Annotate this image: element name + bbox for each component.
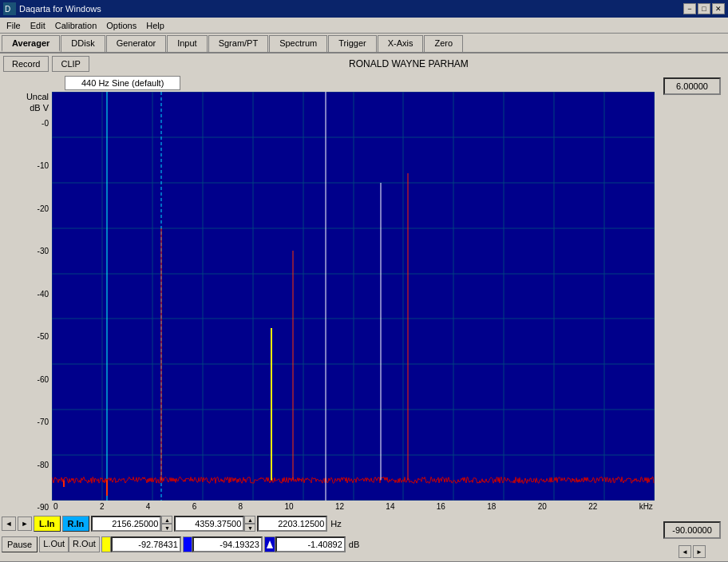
tab-xaxis[interactable]: X-Axis	[378, 35, 424, 52]
window-controls: − □ ✕	[683, 3, 725, 14]
x-tick-22: 22	[588, 502, 597, 513]
x-tick-4: 4	[146, 502, 151, 513]
tab-averager[interactable]: Averager	[2, 35, 60, 52]
db-input-1[interactable]	[111, 536, 181, 552]
spin-up-1[interactable]: ▲	[161, 516, 172, 524]
db-input-1-group	[101, 536, 181, 552]
x-tick-2: 2	[100, 502, 105, 513]
user-label: RONALD WAYNE PARHAM	[93, 58, 725, 69]
y-tick-60: -60	[0, 375, 49, 384]
x-tick-14: 14	[386, 502, 394, 513]
spectrum-chart[interactable]	[52, 92, 655, 501]
y-tick-50: -50	[0, 332, 49, 341]
tab-generator[interactable]: Generator	[106, 35, 167, 52]
menu-options[interactable]: Options	[101, 19, 141, 32]
unit-label: dB V	[30, 103, 49, 113]
tab-spectrum[interactable]: Spectrum	[269, 35, 327, 52]
chart-title: 440 Hz Sine (default)	[65, 76, 180, 90]
y-axis: Uncal dB V -0 -10 -20 -30 -40 -50 -60 -7…	[0, 74, 52, 513]
clip-button[interactable]: CLIP	[52, 56, 89, 72]
db-row: Pause L.Out R.Out	[0, 534, 656, 555]
toolbar: Record CLIP RONALD WAYNE PARHAM	[0, 53, 728, 74]
chart-title-row: 440 Hz Sine (default)	[52, 74, 656, 92]
hz-input-2[interactable]	[174, 516, 244, 532]
x-tick-16: 16	[437, 502, 445, 513]
menu-help[interactable]: Help	[141, 19, 169, 32]
pause-button[interactable]: Pause	[2, 536, 38, 552]
x-tick-18: 18	[487, 502, 496, 513]
hz-unit: Hz	[330, 519, 341, 528]
top-value-input[interactable]	[663, 77, 721, 95]
close-button[interactable]: ✕	[712, 3, 725, 14]
y-tick-40: -40	[0, 290, 49, 299]
hz-input-2-group: ▲ ▼	[174, 516, 255, 532]
scroll-left-button[interactable]: ◄	[679, 545, 691, 558]
db-input-3-group	[264, 536, 346, 552]
db-unit: dB	[349, 540, 359, 549]
tab-input[interactable]: Input	[167, 35, 207, 52]
prev-button[interactable]: ◄	[2, 516, 16, 531]
x-tick-10: 10	[284, 502, 293, 513]
hz-spin-1[interactable]: ▲ ▼	[161, 516, 172, 532]
y-tick-30: -30	[0, 247, 49, 255]
color-bar-triangle	[264, 536, 275, 552]
app-title: Daqarta for Windows	[19, 4, 683, 14]
db-input-2-group	[183, 536, 263, 552]
y-tick-20: -20	[0, 204, 49, 213]
x-tick-12: 12	[335, 502, 344, 513]
x-tick-khz: kHz	[639, 502, 653, 513]
x-tick-8: 8	[239, 502, 243, 513]
hz-input-1-group: ▲ ▼	[91, 516, 172, 532]
right-in-button[interactable]: R.In	[62, 516, 90, 532]
chart-with-title: 440 Hz Sine (default) 0 2 4 6 8 10 12	[52, 74, 656, 513]
spin-down-2[interactable]: ▼	[244, 524, 255, 532]
maximize-button[interactable]: □	[698, 3, 710, 14]
hz-spin-2[interactable]: ▲ ▼	[244, 516, 255, 532]
y-tick-70: -70	[0, 418, 49, 426]
right-panel: ◄ ►	[656, 74, 728, 561]
hz-row: ◄ ► L.In R.In ▲ ▼ ▲ ▼	[0, 513, 656, 534]
left-in-button[interactable]: L.In	[34, 516, 61, 532]
spectrum-canvas	[52, 92, 655, 501]
y-tick-80: -80	[0, 461, 49, 469]
next-button[interactable]: ►	[18, 516, 32, 531]
y-tick-90: -90	[0, 503, 49, 512]
color-bar-blue-2	[183, 536, 192, 552]
scroll-right-button[interactable]: ►	[693, 545, 706, 558]
y-tick-10: -10	[0, 161, 49, 170]
minimize-button[interactable]: −	[683, 3, 696, 14]
menu-file[interactable]: File	[2, 19, 26, 32]
record-button[interactable]: Record	[3, 56, 49, 72]
bottom-value-input[interactable]	[663, 521, 721, 539]
x-tick-20: 20	[538, 502, 547, 513]
x-axis: 0 2 4 6 8 10 12 14 16 18 20 22 kHz	[52, 501, 655, 513]
db-input-2[interactable]	[192, 536, 263, 552]
y-tick-labels: -0 -10 -20 -30 -40 -50 -60 -70 -80 -90	[0, 119, 52, 513]
tab-zero[interactable]: Zero	[424, 35, 463, 52]
menu-edit[interactable]: Edit	[26, 19, 50, 32]
app-icon: D	[3, 2, 16, 15]
y-tick-0: -0	[0, 119, 49, 128]
ch-out-right-label: R.Out	[69, 536, 100, 552]
svg-marker-2	[267, 540, 273, 548]
horizontal-scroll: ◄ ►	[679, 545, 706, 558]
spin-up-2[interactable]: ▲	[244, 516, 255, 524]
chart-area: Uncal dB V -0 -10 -20 -30 -40 -50 -60 -7…	[0, 74, 656, 561]
menu-calibration[interactable]: Calibration	[50, 19, 102, 32]
titlebar: D Daqarta for Windows − □ ✕	[0, 0, 728, 18]
ch-out-left-label: L.Out	[39, 536, 69, 552]
x-tick-0: 0	[53, 502, 58, 513]
hz-input-3-group	[257, 516, 327, 532]
hz-input-3[interactable]	[257, 516, 327, 532]
tab-trigger[interactable]: Trigger	[328, 35, 376, 52]
spin-down-1[interactable]: ▼	[161, 524, 172, 532]
hz-input-1[interactable]	[91, 516, 161, 532]
menubar: File Edit Calibration Options Help	[0, 18, 728, 34]
tab-sgram[interactable]: Sgram/PT	[208, 35, 269, 52]
db-input-3[interactable]	[275, 536, 346, 552]
y-axis-container: Uncal dB V -0 -10 -20 -30 -40 -50 -60 -7…	[0, 74, 656, 513]
tab-ddisk[interactable]: DDisk	[61, 35, 105, 52]
uncal-label: Uncal	[26, 92, 49, 101]
tabbar: Averager DDisk Generator Input Sgram/PT …	[0, 34, 728, 53]
color-bar-yellow-1	[101, 536, 111, 552]
